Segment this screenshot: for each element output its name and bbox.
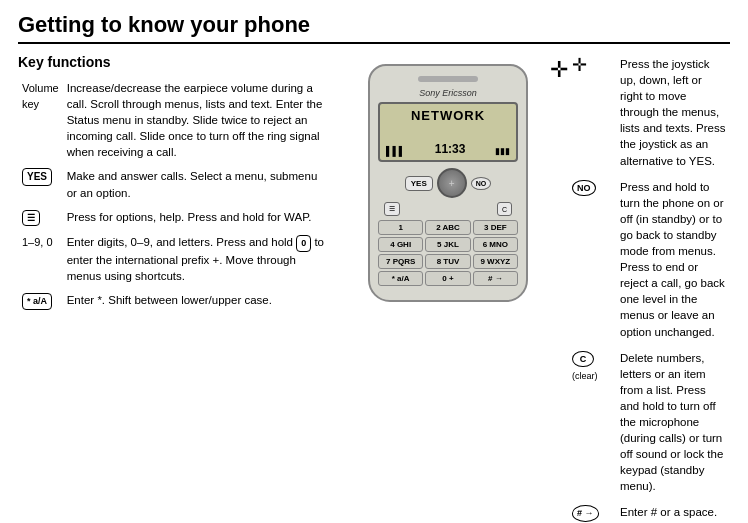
table-row: * a/A Enter *. Shift between lower/upper… [18,290,328,316]
key-description: Press for options, help. Press and hold … [63,207,328,233]
volume-key-label: Volumekey [22,82,59,110]
joystick-row: YES + NO [378,168,518,198]
battery-icon: ▮▮▮ [495,146,510,156]
table-row: YES Make and answer calls. Select a menu… [18,166,328,206]
four-way-arrow-icon: ✛ [572,55,587,75]
joystick-arrow-indicator: ✛ [550,59,568,81]
table-row: ✛ Press the joystick up, down, left or r… [568,54,730,177]
table-row: Volumekey Increase/decrease the earpiece… [18,78,328,166]
key-hash[interactable]: # → [473,271,518,286]
phone-brand: Sony Ericsson [378,88,518,98]
key-6[interactable]: 6 MNO [473,237,518,252]
key-description: Delete numbers, letters or an item from … [616,348,730,503]
no-button[interactable]: NO [471,177,492,190]
key-description: Press and hold to turn the phone on or o… [616,177,730,348]
key-5[interactable]: 5 JKL [425,237,470,252]
table-row: 1–9, 0 Enter digits, 0–9, and letters. P… [18,232,328,290]
key-label: ✛ [568,54,616,177]
key-2[interactable]: 2 ABC [425,220,470,235]
options-button[interactable]: ☰ [384,202,400,216]
screen-status-bar: ▌▌▌ 11:33 ▮▮▮ [386,142,510,156]
clear-badge: C [572,351,594,368]
page: Getting to know your phone Key functions… [0,0,748,523]
phone-illustration-area: ✛ Sony Ericsson NETWORK ▌▌▌ 11:33 ▮▮▮ [338,54,558,523]
signal-strength-icon: ▌▌▌ [386,146,405,156]
key-label: Volumekey [18,78,63,166]
key-description: Enter # or a space. [616,502,730,523]
table-row: ☰ Press for options, help. Press and hol… [18,207,328,233]
key-label: 1–9, 0 [18,232,63,290]
key-4[interactable]: 4 GHI [378,237,423,252]
options-c-row: ☰ C [378,202,518,216]
right-functions-table: ✛ Press the joystick up, down, left or r… [568,54,730,523]
table-row: # → Enter # or a space. [568,502,730,523]
key-7[interactable]: 7 PQRS [378,254,423,269]
key-label: YES [18,166,63,206]
key-description: Press the joystick up, down, left or rig… [616,54,730,177]
page-title: Getting to know your phone [18,12,730,44]
four-way-arrow-icon: ✛ [550,59,568,81]
key-description: Make and answer calls. Select a menu, su… [63,166,328,206]
clear-button[interactable]: C [497,202,512,216]
key-0[interactable]: 0 + [425,271,470,286]
star-badge: * a/A [22,293,52,310]
clear-label: (clear) [572,371,598,381]
yes-badge: YES [22,168,52,186]
key-label: C (clear) [568,348,616,503]
joystick[interactable]: + [437,168,467,198]
options-badge: ☰ [22,210,40,227]
key-functions-table: Volumekey Increase/decrease the earpiece… [18,78,328,316]
section-title: Key functions [18,54,328,70]
digits-label: 1–9, 0 [22,236,53,248]
key-8[interactable]: 8 TUV [425,254,470,269]
key-description: Enter *. Shift between lower/upper case. [63,290,328,316]
screen-network-text: NETWORK [386,108,510,123]
zero-badge: 0 [296,235,311,252]
table-row: C (clear) Delete numbers, letters or an … [568,348,730,503]
left-column: Key functions Volumekey Increase/decreas… [18,54,338,523]
table-row: NO Press and hold to turn the phone on o… [568,177,730,348]
key-label: * a/A [18,290,63,316]
key-description: Enter digits, 0–9, and letters. Press an… [63,232,328,290]
key-9[interactable]: 9 WXYZ [473,254,518,269]
phone-body: Sony Ericsson NETWORK ▌▌▌ 11:33 ▮▮▮ YES … [368,64,528,302]
content-area: Key functions Volumekey Increase/decreas… [18,54,730,523]
right-column: ✛ Press the joystick up, down, left or r… [558,54,730,523]
phone-screen: NETWORK ▌▌▌ 11:33 ▮▮▮ [378,102,518,162]
joystick-cross-icon: + [449,178,455,189]
screen-time: 11:33 [435,142,466,156]
key-label: NO [568,177,616,348]
key-star[interactable]: * a/A [378,271,423,286]
no-badge: NO [572,180,596,197]
numpad: 1 2 ABC 3 DEF 4 GHI 5 JKL 6 MNO 7 PQRS 8… [378,220,518,286]
phone-speaker [418,76,478,82]
key-label: ☰ [18,207,63,233]
key-description: Increase/decrease the earpiece volume du… [63,78,328,166]
key-3[interactable]: 3 DEF [473,220,518,235]
key-label: # → [568,502,616,523]
yes-button[interactable]: YES [405,176,433,191]
hash-badge: # → [572,505,599,522]
key-1[interactable]: 1 [378,220,423,235]
